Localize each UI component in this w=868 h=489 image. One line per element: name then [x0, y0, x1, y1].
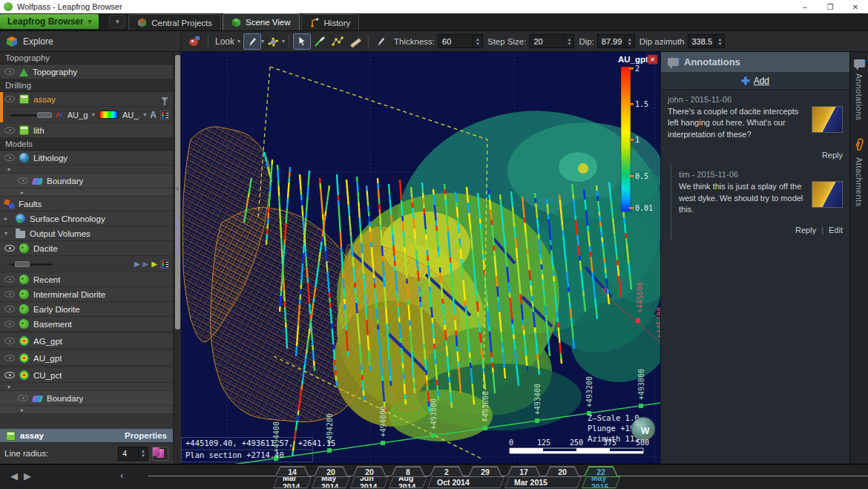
restore-button[interactable]: ❐	[818, 0, 843, 13]
overflow-dropdown-button[interactable]: ▾	[109, 15, 125, 28]
tree-expander[interactable]: ▾	[0, 383, 173, 391]
draw-slicer-polyline-button[interactable]	[329, 33, 346, 50]
tree-item-basement[interactable]: Basement	[0, 317, 173, 332]
tree-item-early-diorite[interactable]: Early Diorite	[0, 302, 173, 317]
visibility-eye-icon[interactable]	[4, 68, 15, 75]
dip-field[interactable]: 87.99 ▲▼	[597, 34, 635, 48]
tab-attachments[interactable]: Attachments	[855, 157, 864, 207]
spinner-buttons[interactable]: ▲▼	[625, 35, 634, 47]
text-display-toggle[interactable]: A	[150, 110, 157, 119]
opacity-slider[interactable]	[10, 111, 52, 119]
assay-display-controls[interactable]: AU_gpt ▾ AU_... ▾ A	[0, 107, 173, 123]
visibility-eye-icon[interactable]	[4, 154, 15, 161]
add-annotation-button[interactable]: ✚ Add	[661, 72, 849, 90]
close-button[interactable]: ✕	[843, 0, 868, 13]
step-size-field[interactable]: 20 ▲▼	[529, 34, 574, 48]
tree-item-au-gpt[interactable]: AU_gpt	[0, 351, 173, 366]
spinner-buttons[interactable]: ▲▼	[138, 447, 148, 460]
colour-options-button[interactable]	[152, 447, 168, 461]
paperclip-icon[interactable]	[854, 137, 865, 151]
tree-item-ag-gpt[interactable]: AG_gpt	[0, 334, 173, 349]
slicer-mode-button[interactable]	[372, 36, 389, 47]
thickness-value[interactable]: 60	[438, 37, 473, 46]
tree-item-recent[interactable]: Recent	[0, 272, 173, 287]
visibility-eye-icon[interactable]	[4, 276, 15, 283]
colour-ramp-swatch[interactable]	[99, 111, 119, 119]
spinner-buttons[interactable]: ▲▼	[715, 35, 725, 47]
tree-expander[interactable]: ▸	[0, 406, 173, 414]
render-style-button[interactable]	[185, 36, 204, 47]
scene-viewport[interactable]: +494400 +494200 +494000 +493800 +493600 …	[181, 52, 660, 464]
visibility-eye-icon[interactable]	[4, 96, 15, 102]
tree-item-dacite[interactable]: Dacite	[0, 241, 173, 256]
visibility-eye-icon[interactable]	[4, 338, 15, 344]
properties-link[interactable]: Properties	[125, 431, 167, 440]
comment-thumbnail[interactable]	[812, 106, 843, 133]
colour-ramp-dropdown[interactable]: AU_...	[122, 111, 139, 119]
timeline-day-tab[interactable]: 20	[312, 466, 350, 476]
tree-item-lithology[interactable]: Lithology	[0, 151, 173, 165]
tree-item-output-volumes[interactable]: ▾Output Volumes	[0, 226, 173, 241]
highlight-toggle[interactable]: ▶	[151, 260, 157, 268]
line-radius-field[interactable]: 4 ▲▼	[118, 447, 148, 461]
properties-bar[interactable]: assay Properties	[0, 429, 173, 442]
timeline-day-tab[interactable]: 14	[273, 466, 312, 476]
look-dropdown[interactable]: Look ▾	[212, 36, 243, 47]
filter-icon[interactable]	[161, 97, 168, 102]
timeline-day-tab[interactable]: 20	[350, 466, 389, 476]
dip-value[interactable]: 87.99	[598, 37, 625, 46]
smooth-shading-toggle[interactable]: ▶	[143, 260, 149, 268]
tree-expander[interactable]: ▾	[0, 165, 173, 174]
visibility-eye-icon[interactable]	[4, 321, 15, 327]
scrollbar-thumb[interactable]	[175, 55, 180, 329]
reply-link[interactable]: Reply	[822, 151, 843, 160]
leapfrog-browser-menu-button[interactable]: Leapfrog Browser ▾	[0, 14, 99, 29]
timeline-month-cell[interactable]: May 2015	[582, 476, 620, 488]
tree-item-faults[interactable]: Faults	[0, 197, 173, 211]
timeline-day-tab[interactable]: 29	[466, 466, 504, 476]
visibility-eye-icon[interactable]	[18, 395, 28, 401]
timeline-month-cell[interactable]: Aug 2014	[389, 476, 427, 488]
explore-header[interactable]: Explore	[0, 31, 181, 51]
spinner-buttons[interactable]: ▲▼	[473, 35, 482, 47]
tree-item-cu-pct[interactable]: CU_pct	[0, 368, 173, 383]
timeline-day-tab[interactable]: 8	[389, 466, 427, 476]
tree-item-intermineral-diorite[interactable]: Intermineral Diorite	[0, 287, 173, 302]
thickness-field[interactable]: 60 ▲▼	[438, 34, 483, 48]
timeline-month-cell[interactable]: May 2014	[312, 476, 350, 488]
tree-item-boundary[interactable]: Boundary	[0, 391, 173, 406]
tree-item-surface-chronology[interactable]: ▸Surface Chronology	[0, 211, 173, 226]
edit-link[interactable]: Edit	[829, 226, 843, 234]
visibility-eye-icon[interactable]	[4, 355, 15, 361]
chevron-down-icon[interactable]: ▾	[282, 38, 285, 45]
step-size-value[interactable]: 20	[530, 37, 564, 46]
annotations-tab-icon[interactable]	[854, 59, 865, 68]
tree-item-boundary[interactable]: Boundary	[0, 174, 173, 188]
visibility-eye-icon[interactable]	[4, 245, 15, 252]
tree-item-topography[interactable]: Topography	[0, 65, 173, 79]
dip-azimuth-value[interactable]: 338.5	[688, 37, 715, 46]
visibility-eye-icon[interactable]	[4, 291, 15, 298]
spinner-buttons[interactable]: ▲▼	[564, 35, 573, 47]
tab-scene-view[interactable]: Scene View	[223, 13, 300, 30]
colour-numeric-dropdown[interactable]: AU_gpt	[68, 111, 88, 119]
timeline-month-cell[interactable]: Mar 2015	[504, 476, 582, 488]
visibility-eye-icon[interactable]	[4, 306, 15, 312]
visibility-eye-icon[interactable]	[18, 177, 28, 184]
sidebar-scrollbar[interactable]	[173, 52, 181, 464]
timeline-month-cell[interactable]: Oct 2014	[427, 476, 504, 488]
timeline-day-tab[interactable]: 2	[427, 466, 466, 476]
comment-thumbnail[interactable]	[812, 181, 843, 208]
timeline-month-cell[interactable]: Mar 2014	[273, 476, 312, 488]
dip-azimuth-field[interactable]: 338.5 ▲▼	[688, 34, 726, 48]
opacity-slider[interactable]	[10, 260, 52, 268]
tree-item-assay[interactable]: assay	[0, 92, 173, 107]
timeline-day-tab[interactable]: 22	[582, 466, 620, 476]
scene-3d-view[interactable]: +494400 +494200 +494000 +493800 +493600 …	[181, 52, 660, 464]
tree-expander[interactable]: ▸	[0, 188, 173, 197]
legend-toggle[interactable]	[160, 260, 168, 269]
compass-sphere[interactable]: E W	[631, 417, 655, 441]
legend-toggle[interactable]	[160, 111, 168, 119]
timeline-day-tab[interactable]: 17	[504, 466, 543, 476]
track-start-arrow[interactable]: ‹	[120, 470, 123, 481]
